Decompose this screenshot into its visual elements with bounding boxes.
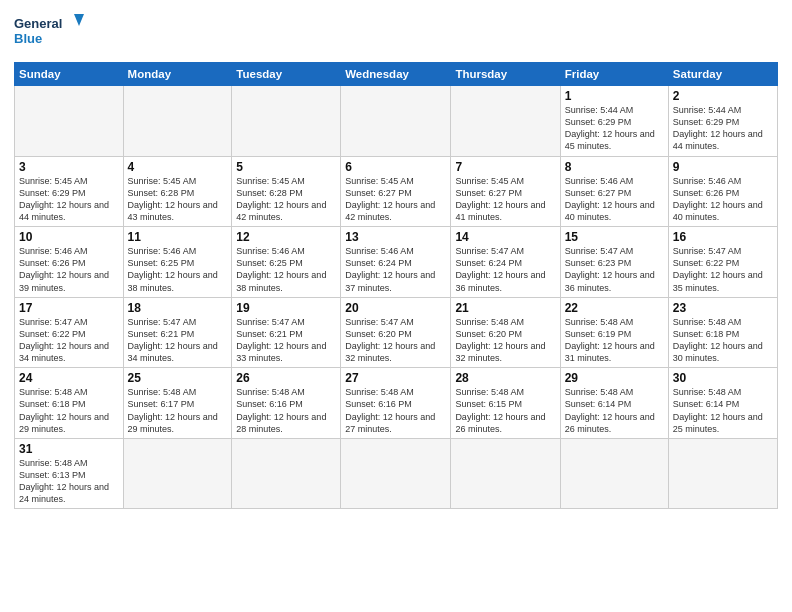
calendar-cell: 5Sunrise: 5:45 AM Sunset: 6:28 PM Daylig… — [232, 156, 341, 227]
day-number: 26 — [236, 371, 336, 385]
logo: General Blue — [14, 10, 84, 54]
svg-text:Blue: Blue — [14, 31, 42, 46]
day-info: Sunrise: 5:46 AM Sunset: 6:24 PM Dayligh… — [345, 245, 446, 294]
day-number: 31 — [19, 442, 119, 456]
calendar-cell: 11Sunrise: 5:46 AM Sunset: 6:25 PM Dayli… — [123, 227, 232, 298]
day-info: Sunrise: 5:48 AM Sunset: 6:16 PM Dayligh… — [345, 386, 446, 435]
day-info: Sunrise: 5:46 AM Sunset: 6:26 PM Dayligh… — [19, 245, 119, 294]
logo-svg: General Blue — [14, 10, 84, 54]
day-number: 9 — [673, 160, 773, 174]
calendar-cell: 20Sunrise: 5:47 AM Sunset: 6:20 PM Dayli… — [341, 297, 451, 368]
day-number: 7 — [455, 160, 555, 174]
calendar-cell: 8Sunrise: 5:46 AM Sunset: 6:27 PM Daylig… — [560, 156, 668, 227]
calendar-cell — [560, 438, 668, 509]
weekday-monday: Monday — [123, 63, 232, 86]
day-info: Sunrise: 5:45 AM Sunset: 6:27 PM Dayligh… — [345, 175, 446, 224]
day-info: Sunrise: 5:46 AM Sunset: 6:26 PM Dayligh… — [673, 175, 773, 224]
calendar-cell: 31Sunrise: 5:48 AM Sunset: 6:13 PM Dayli… — [15, 438, 124, 509]
svg-text:General: General — [14, 16, 62, 31]
weekday-header-row: SundayMondayTuesdayWednesdayThursdayFrid… — [15, 63, 778, 86]
day-info: Sunrise: 5:48 AM Sunset: 6:18 PM Dayligh… — [19, 386, 119, 435]
day-number: 2 — [673, 89, 773, 103]
page: General Blue SundayMondayTuesdayWednesda… — [0, 0, 792, 612]
calendar: SundayMondayTuesdayWednesdayThursdayFrid… — [14, 62, 778, 509]
calendar-cell — [15, 86, 124, 157]
calendar-cell: 10Sunrise: 5:46 AM Sunset: 6:26 PM Dayli… — [15, 227, 124, 298]
day-number: 30 — [673, 371, 773, 385]
calendar-cell — [451, 438, 560, 509]
day-info: Sunrise: 5:45 AM Sunset: 6:28 PM Dayligh… — [236, 175, 336, 224]
calendar-cell — [123, 438, 232, 509]
day-info: Sunrise: 5:47 AM Sunset: 6:22 PM Dayligh… — [673, 245, 773, 294]
day-number: 14 — [455, 230, 555, 244]
calendar-cell — [451, 86, 560, 157]
day-info: Sunrise: 5:47 AM Sunset: 6:20 PM Dayligh… — [345, 316, 446, 365]
day-number: 11 — [128, 230, 228, 244]
day-info: Sunrise: 5:48 AM Sunset: 6:13 PM Dayligh… — [19, 457, 119, 506]
calendar-cell: 17Sunrise: 5:47 AM Sunset: 6:22 PM Dayli… — [15, 297, 124, 368]
day-info: Sunrise: 5:48 AM Sunset: 6:16 PM Dayligh… — [236, 386, 336, 435]
day-number: 12 — [236, 230, 336, 244]
calendar-cell: 6Sunrise: 5:45 AM Sunset: 6:27 PM Daylig… — [341, 156, 451, 227]
day-info: Sunrise: 5:46 AM Sunset: 6:27 PM Dayligh… — [565, 175, 664, 224]
calendar-cell: 14Sunrise: 5:47 AM Sunset: 6:24 PM Dayli… — [451, 227, 560, 298]
calendar-cell — [341, 86, 451, 157]
calendar-cell: 29Sunrise: 5:48 AM Sunset: 6:14 PM Dayli… — [560, 368, 668, 439]
day-info: Sunrise: 5:47 AM Sunset: 6:21 PM Dayligh… — [128, 316, 228, 365]
week-row: 17Sunrise: 5:47 AM Sunset: 6:22 PM Dayli… — [15, 297, 778, 368]
day-number: 17 — [19, 301, 119, 315]
calendar-cell — [341, 438, 451, 509]
day-info: Sunrise: 5:48 AM Sunset: 6:14 PM Dayligh… — [565, 386, 664, 435]
day-number: 29 — [565, 371, 664, 385]
calendar-cell — [123, 86, 232, 157]
day-info: Sunrise: 5:48 AM Sunset: 6:20 PM Dayligh… — [455, 316, 555, 365]
calendar-cell: 13Sunrise: 5:46 AM Sunset: 6:24 PM Dayli… — [341, 227, 451, 298]
calendar-cell: 28Sunrise: 5:48 AM Sunset: 6:15 PM Dayli… — [451, 368, 560, 439]
day-info: Sunrise: 5:47 AM Sunset: 6:24 PM Dayligh… — [455, 245, 555, 294]
day-number: 25 — [128, 371, 228, 385]
week-row: 1Sunrise: 5:44 AM Sunset: 6:29 PM Daylig… — [15, 86, 778, 157]
week-row: 24Sunrise: 5:48 AM Sunset: 6:18 PM Dayli… — [15, 368, 778, 439]
weekday-wednesday: Wednesday — [341, 63, 451, 86]
calendar-cell — [232, 86, 341, 157]
weekday-saturday: Saturday — [668, 63, 777, 86]
calendar-cell: 18Sunrise: 5:47 AM Sunset: 6:21 PM Dayli… — [123, 297, 232, 368]
day-number: 19 — [236, 301, 336, 315]
day-info: Sunrise: 5:47 AM Sunset: 6:23 PM Dayligh… — [565, 245, 664, 294]
weekday-tuesday: Tuesday — [232, 63, 341, 86]
calendar-cell: 24Sunrise: 5:48 AM Sunset: 6:18 PM Dayli… — [15, 368, 124, 439]
day-number: 4 — [128, 160, 228, 174]
day-number: 5 — [236, 160, 336, 174]
day-info: Sunrise: 5:47 AM Sunset: 6:22 PM Dayligh… — [19, 316, 119, 365]
week-row: 10Sunrise: 5:46 AM Sunset: 6:26 PM Dayli… — [15, 227, 778, 298]
day-number: 15 — [565, 230, 664, 244]
day-info: Sunrise: 5:46 AM Sunset: 6:25 PM Dayligh… — [236, 245, 336, 294]
calendar-cell — [232, 438, 341, 509]
day-info: Sunrise: 5:48 AM Sunset: 6:18 PM Dayligh… — [673, 316, 773, 365]
calendar-cell — [668, 438, 777, 509]
day-info: Sunrise: 5:44 AM Sunset: 6:29 PM Dayligh… — [673, 104, 773, 153]
calendar-cell: 21Sunrise: 5:48 AM Sunset: 6:20 PM Dayli… — [451, 297, 560, 368]
calendar-cell: 1Sunrise: 5:44 AM Sunset: 6:29 PM Daylig… — [560, 86, 668, 157]
weekday-sunday: Sunday — [15, 63, 124, 86]
weekday-friday: Friday — [560, 63, 668, 86]
calendar-cell: 12Sunrise: 5:46 AM Sunset: 6:25 PM Dayli… — [232, 227, 341, 298]
day-info: Sunrise: 5:48 AM Sunset: 6:19 PM Dayligh… — [565, 316, 664, 365]
day-info: Sunrise: 5:44 AM Sunset: 6:29 PM Dayligh… — [565, 104, 664, 153]
calendar-cell: 23Sunrise: 5:48 AM Sunset: 6:18 PM Dayli… — [668, 297, 777, 368]
day-number: 24 — [19, 371, 119, 385]
calendar-cell: 15Sunrise: 5:47 AM Sunset: 6:23 PM Dayli… — [560, 227, 668, 298]
calendar-cell: 3Sunrise: 5:45 AM Sunset: 6:29 PM Daylig… — [15, 156, 124, 227]
day-number: 28 — [455, 371, 555, 385]
week-row: 3Sunrise: 5:45 AM Sunset: 6:29 PM Daylig… — [15, 156, 778, 227]
calendar-cell: 16Sunrise: 5:47 AM Sunset: 6:22 PM Dayli… — [668, 227, 777, 298]
day-info: Sunrise: 5:45 AM Sunset: 6:27 PM Dayligh… — [455, 175, 555, 224]
calendar-cell: 22Sunrise: 5:48 AM Sunset: 6:19 PM Dayli… — [560, 297, 668, 368]
svg-marker-2 — [74, 14, 84, 26]
day-info: Sunrise: 5:45 AM Sunset: 6:29 PM Dayligh… — [19, 175, 119, 224]
calendar-cell: 19Sunrise: 5:47 AM Sunset: 6:21 PM Dayli… — [232, 297, 341, 368]
calendar-cell: 2Sunrise: 5:44 AM Sunset: 6:29 PM Daylig… — [668, 86, 777, 157]
calendar-cell: 30Sunrise: 5:48 AM Sunset: 6:14 PM Dayli… — [668, 368, 777, 439]
day-number: 20 — [345, 301, 446, 315]
day-info: Sunrise: 5:48 AM Sunset: 6:17 PM Dayligh… — [128, 386, 228, 435]
